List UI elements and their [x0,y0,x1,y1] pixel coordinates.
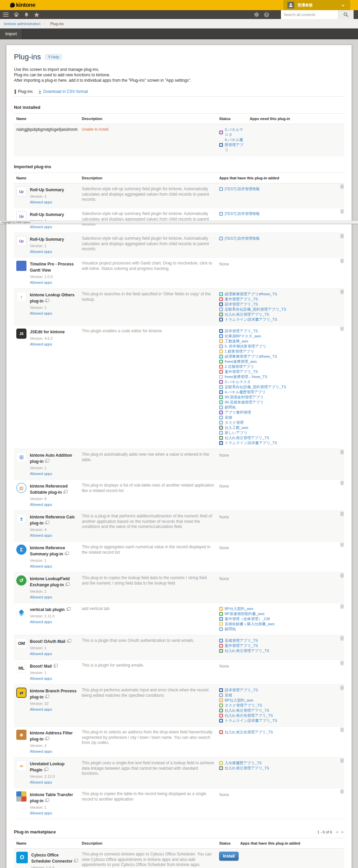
app-link[interactable]: 1.顧客管理アプリ [219,349,332,354]
app-link[interactable]: 新しいアプリ [219,430,332,435]
app-link[interactable]: アプリ整列管理 [219,410,332,415]
app-link[interactable]: 仕入工数_aws [219,425,332,430]
delete-plugin-button[interactable] [340,208,344,215]
app-link[interactable]: freee連携管理←freee_TS [219,374,332,379]
open-new-window-icon[interactable] [74,860,76,862]
app-link[interactable]: BP仕入契約_aws [219,698,332,703]
help-badge[interactable]: ? Help [45,54,62,60]
allowed-apps-link[interactable]: Allowed apps [30,749,52,754]
delete-plugin-button[interactable] [340,449,344,456]
app-link[interactable]: 仕入れ発注先管理アプリ_TS [219,730,332,735]
allowed-apps-link[interactable]: Allowed apps [30,502,52,507]
app-link[interactable]: 請求管理アプリ_TS [219,329,332,334]
search-button[interactable] [338,10,354,19]
allowed-apps-link[interactable]: Allowed apps [30,811,52,815]
delete-plugin-button[interactable] [340,511,344,517]
app-link[interactable]: 案件管理アプリ_TS [219,297,332,302]
home-icon[interactable] [14,12,19,17]
open-new-window-icon[interactable] [67,640,70,643]
allowed-apps-link[interactable]: Allowed apps [30,249,52,254]
app-link[interactable]: 2.店舗管理アプリ [219,364,332,369]
delete-plugin-button[interactable] [340,480,344,487]
help-icon[interactable]: ? [264,12,269,18]
allowed-apps-link[interactable]: Allowed apps [30,651,52,656]
open-new-window-icon[interactable] [45,738,48,740]
open-new-window-icon[interactable] [45,460,48,462]
app-link[interactable]: 請求管理アプリ_TS [219,302,332,307]
allowed-apps-link[interactable]: Allowed apps [30,224,52,229]
open-new-window-icon[interactable] [45,800,48,802]
app-link[interactable]: 仕入れ発注管理アプリ_TS [219,648,332,653]
delete-plugin-button[interactable] [340,572,344,579]
delete-plugin-button[interactable] [340,258,344,264]
install-button[interactable]: Install [219,852,239,861]
tab-plugins[interactable]: Plug-ins [18,89,33,94]
allowed-apps-link[interactable]: Allowed apps [30,200,52,204]
open-new-window-icon[interactable] [45,696,48,698]
app-link[interactable]: 見積依頼書＋購入仕様書_aws [219,622,332,627]
allowed-apps-link[interactable]: Allowed apps [30,311,52,316]
allowed-apps-link[interactable]: Allowed apps [30,564,52,569]
app-link[interactable]: 案件管理アプリ_TS [219,369,332,374]
allowed-apps-link[interactable]: Allowed apps [30,707,52,712]
app-link[interactable]: 仕入れ発注管理アプリ_TS [219,312,332,317]
delete-plugin-button[interactable] [340,183,344,190]
delete-plugin-button[interactable] [340,603,344,610]
app-link[interactable]: 定額系自社設備_契約管理アプリ_TS [219,307,332,312]
allowed-apps-link[interactable]: Allowed apps [30,342,52,347]
app-link[interactable]: 定額系自社設備_契約管理アプリ_TS [219,384,332,390]
allowed-apps-link[interactable]: Allowed apps [30,619,52,624]
app-link[interactable]: [TEST] 請求管理情報 [219,236,332,241]
notifications-bell-icon[interactable] [24,12,29,17]
allowed-apps-link[interactable]: Allowed apps [30,280,52,285]
app-link[interactable]: 仕入れ発注先管理アプリ_TS [219,713,332,718]
delete-plugin-button[interactable] [340,233,344,240]
delete-plugin-button[interactable] [340,635,344,642]
settings-gear-icon[interactable] [254,12,259,17]
open-new-window-icon[interactable] [44,769,46,771]
hamburger-menu-icon[interactable] [3,13,8,17]
prev-page-button[interactable]: ◀ [336,830,338,834]
open-new-window-icon[interactable] [65,584,68,586]
app-link[interactable]: 経理業務管理アプリ⇄freee_TS [219,354,332,359]
delete-plugin-button[interactable] [340,727,344,733]
delete-plugin-button[interactable] [340,660,344,667]
allowed-apps-link[interactable]: Allowed apps [30,780,52,785]
app-link[interactable]: 99.国債金利管理アプリ [219,395,332,400]
kintone-logo[interactable]: kintone [10,2,35,8]
open-new-window-icon[interactable] [65,553,67,555]
app-link[interactable]: BP派遣個別契約書_aws [219,611,332,616]
app-link[interactable]: 案件管理アプリ_TS [219,643,332,648]
app-link[interactable]: タスク管理アプリ_TS [219,703,332,708]
allowed-apps-link[interactable]: Allowed apps [30,676,52,681]
open-new-window-icon[interactable] [67,608,69,611]
search-input[interactable] [281,10,338,19]
delete-plugin-button[interactable] [340,757,344,764]
favorites-star-icon[interactable] [34,12,39,17]
next-page-button[interactable]: ▶ [341,830,344,834]
app-link[interactable]: 見積管理アプリ_TS [219,638,332,643]
breadcrumb-root-link[interactable]: kintone administration [4,22,40,26]
app-link[interactable]: 仕入れ発注管理アプリ_TS [219,766,332,771]
app-link[interactable]: 顧問先 [219,627,332,632]
app-link[interactable]: 仕入れ発注管理アプリ_TS [219,708,332,713]
app-link[interactable]: 入出庫履歴アプリ_TS [219,761,332,766]
app-link[interactable]: 5. 四半期決算管理アプリ [219,344,332,349]
app-link[interactable]: トラムライン請求書アプリ_TS [219,440,332,446]
app-link[interactable]: 4.パネル履歴管理アプリ [219,390,332,395]
app-link[interactable]: 従業員BPマスタ_aws [219,334,332,339]
app-link[interactable]: トラムライン請求書アプリ_TS [219,718,332,723]
delete-plugin-button[interactable] [340,788,344,795]
app-link[interactable]: 顧問先 [219,405,332,410]
open-new-window-icon[interactable] [54,665,56,667]
open-new-window-icon[interactable] [63,491,66,493]
download-csv-link[interactable]: Download in CSV format [38,89,88,94]
user-menu[interactable]: 宮澤孝慈 [283,0,350,10]
delete-plugin-button[interactable] [340,685,344,691]
delete-plugin-button[interactable] [340,541,344,548]
allowed-apps-link[interactable]: Allowed apps [30,533,52,538]
app-link[interactable]: 見積 [219,693,332,698]
app-link[interactable]: 4.パネル履歴管理アプリ [219,137,245,153]
app-link[interactable]: 3.パネルマスタ [219,127,245,137]
app-link[interactable]: 99.見積単価管理アプリ [219,400,332,405]
